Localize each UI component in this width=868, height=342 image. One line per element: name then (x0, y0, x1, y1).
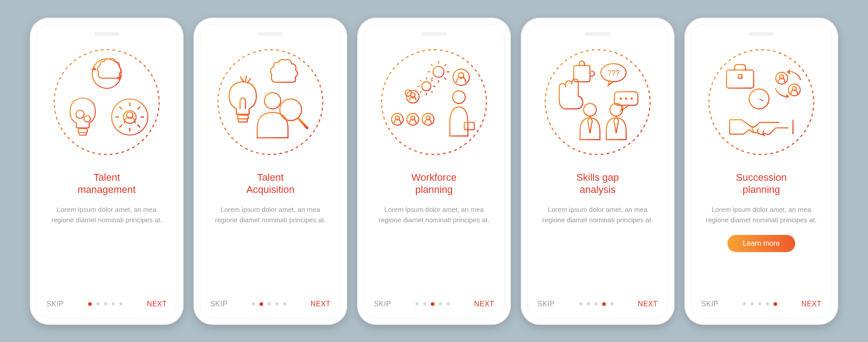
svg-point-17 (280, 99, 302, 121)
screen-title: Talent management (78, 171, 136, 196)
svg-point-16 (264, 93, 281, 109)
phone-frame: Talent Acquisition Lorem ipsum dolor ame… (193, 18, 347, 325)
screen-description: Lorem ipsum dolor amet, an mea regione d… (374, 204, 494, 225)
onboarding-screen: Talent management Lorem ipsum dolor amet… (36, 24, 177, 319)
page-dot[interactable] (602, 302, 606, 306)
page-dot[interactable] (610, 302, 613, 305)
svg-rect-4 (79, 132, 86, 135)
skip-button[interactable]: SKIP (538, 300, 555, 308)
page-indicator (743, 302, 777, 306)
svg-point-51 (584, 103, 596, 116)
onboarding-screen: Workforce planning Lorem ipsum dolor ame… (363, 24, 505, 319)
onboarding-footer: SKIP NEXT (374, 293, 494, 308)
page-dot[interactable] (431, 302, 434, 306)
svg-line-13 (240, 76, 244, 82)
svg-line-59 (759, 99, 763, 101)
page-dot[interactable] (104, 302, 107, 305)
onboarding-screen: Talent Acquisition Lorem ipsum dolor ame… (200, 24, 341, 319)
svg-rect-11 (237, 115, 248, 119)
page-dot[interactable] (268, 302, 271, 305)
screen-title: Succession planning (736, 171, 787, 196)
screen-description: Lorem ipsum dolor amet, an mea regione d… (701, 204, 821, 225)
page-dot[interactable] (96, 302, 99, 305)
onboarding-footer: SKIP NEXT (538, 293, 658, 308)
svg-point-26 (405, 90, 411, 96)
screen-description: Lorem ipsum dolor amet, an mea regione d… (47, 204, 167, 225)
page-dot[interactable] (275, 302, 278, 305)
page-dot[interactable] (758, 302, 761, 305)
svg-point-49 (625, 97, 627, 99)
skills-gap-icon: ??? (541, 46, 654, 159)
page-indicator (415, 302, 450, 306)
next-button[interactable]: NEXT (638, 300, 658, 308)
onboarding-footer: SKIP NEXT (210, 293, 330, 308)
page-dot[interactable] (594, 302, 598, 305)
screen-title: Workforce planning (411, 171, 457, 196)
svg-rect-12 (238, 119, 247, 122)
page-dot[interactable] (252, 302, 255, 305)
onboarding-footer: SKIP NEXT (47, 293, 167, 308)
skip-button[interactable]: SKIP (210, 300, 227, 308)
phone-frame: Workforce planning Lorem ipsum dolor ame… (357, 18, 511, 325)
page-dot[interactable] (766, 302, 769, 305)
next-button[interactable]: NEXT (311, 300, 330, 308)
svg-point-5 (76, 110, 84, 118)
page-dot[interactable] (439, 302, 442, 305)
page-dot[interactable] (774, 302, 777, 306)
svg-point-10 (218, 50, 323, 155)
next-button[interactable]: NEXT (147, 300, 167, 308)
svg-point-0 (54, 50, 159, 155)
svg-point-6 (84, 116, 90, 122)
page-dot[interactable] (750, 302, 754, 305)
svg-line-18 (298, 118, 308, 129)
svg-marker-64 (786, 94, 789, 99)
phone-frame: Talent management Lorem ipsum dolor amet… (30, 18, 184, 325)
page-indicator (252, 302, 286, 306)
phone-speaker (749, 33, 774, 36)
svg-point-20 (433, 66, 444, 77)
onboarding-footer: SKIP NEXT (701, 293, 821, 308)
talent-acquisition-icon (214, 46, 327, 159)
page-dot[interactable] (119, 302, 123, 305)
svg-marker-2 (91, 67, 97, 70)
page-dot[interactable] (283, 302, 286, 305)
svg-line-14 (245, 75, 246, 82)
skip-button[interactable]: SKIP (47, 300, 64, 308)
svg-point-19 (382, 50, 486, 155)
page-indicator (579, 302, 613, 306)
page-dot[interactable] (587, 302, 590, 305)
page-dot[interactable] (579, 302, 582, 305)
phone-speaker (258, 33, 283, 36)
svg-point-53 (709, 50, 814, 155)
svg-point-48 (619, 97, 622, 99)
page-dot[interactable] (259, 302, 263, 306)
skip-button[interactable]: SKIP (701, 300, 718, 308)
workforce-planning-icon (377, 46, 491, 159)
succession-icon (705, 46, 818, 159)
page-dot[interactable] (112, 302, 115, 305)
phone-speaker (421, 33, 447, 36)
page-dot[interactable] (447, 302, 450, 305)
skip-button[interactable]: SKIP (374, 300, 391, 308)
page-dot[interactable] (88, 302, 92, 306)
svg-rect-3 (78, 129, 87, 132)
screen-title: Talent Acquisition (246, 171, 294, 196)
phone-speaker (94, 33, 119, 36)
svg-rect-54 (726, 70, 754, 88)
page-dot[interactable] (423, 302, 426, 305)
svg-rect-40 (464, 122, 474, 130)
svg-marker-65 (787, 69, 790, 75)
page-dot[interactable] (415, 302, 419, 305)
screen-description: Lorem ipsum dolor amet, an mea regione d… (538, 204, 658, 225)
learn-more-button[interactable]: Learn more (727, 235, 795, 252)
svg-line-15 (247, 78, 251, 83)
svg-text:???: ??? (608, 69, 620, 77)
page-indicator (88, 302, 123, 306)
svg-point-39 (453, 91, 465, 103)
next-button[interactable]: NEXT (474, 300, 494, 308)
next-button[interactable]: NEXT (802, 300, 821, 308)
svg-point-43 (545, 50, 650, 155)
page-dot[interactable] (743, 302, 746, 305)
screen-title: Skills gap analysis (576, 171, 619, 196)
onboarding-screen: ??? Skills gap analysis Lorem ipsum dolo… (527, 24, 668, 319)
